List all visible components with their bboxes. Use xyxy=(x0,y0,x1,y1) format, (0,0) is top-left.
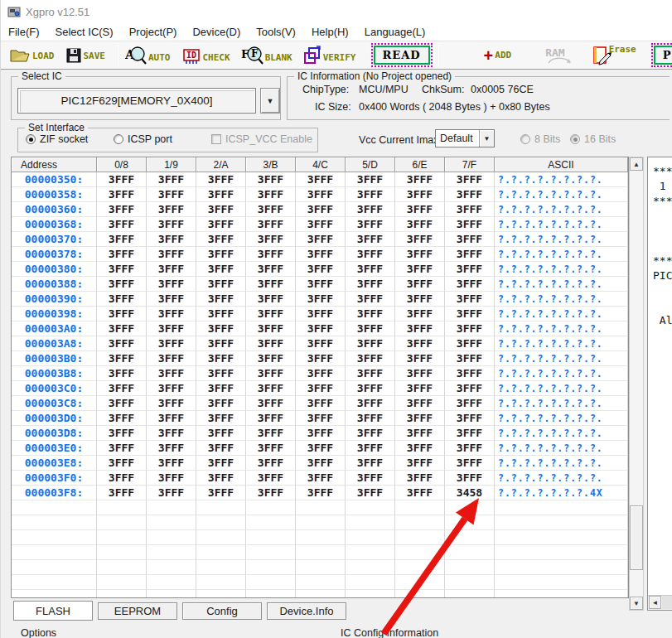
value-cell[interactable]: 3FFF xyxy=(395,396,445,411)
ascii-cell[interactable]: ?.?.?.?.?.?.?.4X xyxy=(495,486,628,500)
ascii-cell[interactable]: ?.?.?.?.?.?.?.?. xyxy=(495,351,628,366)
ascii-cell[interactable]: ?.?.?.?.?.?.?.?. xyxy=(495,441,628,456)
value-cell[interactable]: 3FFF xyxy=(246,172,296,187)
menu-item-device-d[interactable]: Device(D) xyxy=(192,26,240,38)
value-cell[interactable]: 3FFF xyxy=(395,187,445,202)
value-cell[interactable]: 3FFF xyxy=(196,411,246,426)
value-cell[interactable]: 3FFF xyxy=(346,247,395,262)
value-cell[interactable]: 3FFF xyxy=(346,187,395,202)
value-cell[interactable]: 3FFF xyxy=(296,202,346,217)
value-cell[interactable]: 3FFF xyxy=(346,277,395,292)
value-cell[interactable]: 3FFF xyxy=(97,262,147,277)
value-cell[interactable]: 3FFF xyxy=(246,277,296,292)
value-cell[interactable]: 3FFF xyxy=(395,426,445,441)
value-cell[interactable]: 3FFF xyxy=(445,247,495,262)
selected-ic-combo[interactable]: PIC12F629[MEMORY_0X400] xyxy=(17,88,256,114)
value-cell[interactable]: 3FFF xyxy=(147,232,196,247)
value-cell[interactable]: 3FFF xyxy=(346,426,395,441)
value-cell[interactable]: 3FFF xyxy=(97,217,147,232)
vertical-scrollbar[interactable]: ▲ ▼ xyxy=(629,157,644,611)
verify-button[interactable]: VERIFY xyxy=(303,46,356,65)
icsp-port-radio[interactable]: ICSP port xyxy=(114,133,172,145)
scroll-left-button[interactable]: ◄ xyxy=(649,596,661,609)
value-cell[interactable]: 3FFF xyxy=(346,172,395,187)
value-cell[interactable]: 3FFF xyxy=(196,486,246,500)
value-cell[interactable]: 3FFF xyxy=(296,172,346,187)
value-cell[interactable]: 3FFF xyxy=(395,292,445,307)
value-cell[interactable]: 3FFF xyxy=(97,426,147,441)
value-cell[interactable]: 3FFF xyxy=(97,411,147,426)
value-cell[interactable]: 3FFF xyxy=(346,336,395,351)
value-cell[interactable]: 3FFF xyxy=(445,441,495,456)
menu-item-file-f[interactable]: File(F) xyxy=(8,26,40,38)
value-cell[interactable]: 3FFF xyxy=(395,486,445,500)
ascii-cell[interactable]: ?.?.?.?.?.?.?.?. xyxy=(495,381,628,396)
tab-eeprom[interactable]: EEPROM xyxy=(98,602,177,620)
value-cell[interactable]: 3FFF xyxy=(296,381,346,396)
ascii-cell[interactable]: ?.?.?.?.?.?.?.?. xyxy=(495,396,628,411)
value-cell[interactable]: 3FFF xyxy=(246,292,296,307)
value-cell[interactable]: 3FFF xyxy=(445,411,495,426)
vertical-scrollbar-thumb[interactable] xyxy=(630,505,643,570)
select-ic-dropdown-button[interactable]: ▼ xyxy=(260,88,280,114)
value-cell[interactable]: 3FFF xyxy=(196,217,246,232)
value-cell[interactable]: 3FFF xyxy=(395,366,445,381)
ascii-cell[interactable]: ?.?.?.?.?.?.?.?. xyxy=(495,172,628,187)
value-cell[interactable]: 3FFF xyxy=(445,336,495,351)
read-button[interactable]: READ xyxy=(374,46,430,65)
ascii-cell[interactable]: ?.?.?.?.?.?.?.?. xyxy=(495,456,628,471)
value-cell[interactable]: 3FFF xyxy=(445,277,495,292)
value-cell[interactable]: 3FFF xyxy=(196,277,246,292)
value-cell[interactable]: 3FFF xyxy=(296,471,346,486)
value-cell[interactable]: 3FFF xyxy=(296,277,346,292)
tab-flash[interactable]: FLASH xyxy=(13,601,93,621)
value-cell[interactable]: 3FFF xyxy=(395,411,445,426)
value-cell[interactable]: 3FFF xyxy=(445,351,495,366)
value-cell[interactable]: 3FFF xyxy=(97,366,147,381)
ascii-cell[interactable]: ?.?.?.?.?.?.?.?. xyxy=(495,277,628,292)
menu-item-help-h[interactable]: Help(H) xyxy=(312,26,349,38)
value-cell[interactable]: 3FFF xyxy=(296,247,346,262)
erase-button[interactable]: Erase xyxy=(592,44,636,66)
ascii-cell[interactable]: ?.?.?.?.?.?.?.?. xyxy=(495,292,628,307)
value-cell[interactable]: 3FFF xyxy=(246,486,296,500)
horizontal-scrollbar-thumb[interactable] xyxy=(662,596,672,609)
value-cell[interactable]: 3FFF xyxy=(147,321,196,336)
prog-button[interactable]: PROG. xyxy=(654,46,672,65)
value-cell[interactable]: 3FFF xyxy=(246,187,296,202)
value-cell[interactable]: 3FFF xyxy=(346,202,395,217)
value-cell[interactable]: 3FFF xyxy=(445,202,495,217)
value-cell[interactable]: 3FFF xyxy=(196,187,246,202)
ascii-cell[interactable]: ?.?.?.?.?.?.?.?. xyxy=(495,307,628,321)
value-cell[interactable]: 3FFF xyxy=(346,396,395,411)
value-cell[interactable]: 3FFF xyxy=(196,396,246,411)
value-cell[interactable]: 3FFF xyxy=(395,217,445,232)
value-cell[interactable]: 3FFF xyxy=(97,471,147,486)
value-cell[interactable]: 3FFF xyxy=(147,187,196,202)
value-cell[interactable]: 3FFF xyxy=(97,232,147,247)
value-cell[interactable]: 3FFF xyxy=(97,202,147,217)
value-cell[interactable]: 3FFF xyxy=(97,247,147,262)
value-cell[interactable]: 3FFF xyxy=(395,351,445,366)
ascii-cell[interactable]: ?.?.?.?.?.?.?.?. xyxy=(495,411,628,426)
value-cell[interactable]: 3FFF xyxy=(296,351,346,366)
value-cell[interactable]: 3FFF xyxy=(196,471,246,486)
value-cell[interactable]: 3FFF xyxy=(395,471,445,486)
value-cell[interactable]: 3FFF xyxy=(246,471,296,486)
value-cell[interactable]: 3FFF xyxy=(147,277,196,292)
value-cell[interactable]: 3FFF xyxy=(346,321,395,336)
value-cell[interactable]: 3FFF xyxy=(246,441,296,456)
value-cell[interactable]: 3FFF xyxy=(395,456,445,471)
menu-item-language-l[interactable]: Language(L) xyxy=(365,26,426,38)
value-cell[interactable]: 3FFF xyxy=(97,486,147,500)
value-cell[interactable]: 3FFF xyxy=(246,456,296,471)
value-cell[interactable]: 3FFF xyxy=(445,262,495,277)
value-cell[interactable]: 3FFF xyxy=(147,471,196,486)
ascii-cell[interactable]: ?.?.?.?.?.?.?.?. xyxy=(495,471,628,486)
value-cell[interactable]: 3FFF xyxy=(346,217,395,232)
value-cell[interactable]: 3FFF xyxy=(445,471,495,486)
value-cell[interactable]: 3FFF xyxy=(246,232,296,247)
value-cell[interactable]: 3FFF xyxy=(445,396,495,411)
value-cell[interactable]: 3FFF xyxy=(296,411,346,426)
value-cell[interactable]: 3FFF xyxy=(246,351,296,366)
